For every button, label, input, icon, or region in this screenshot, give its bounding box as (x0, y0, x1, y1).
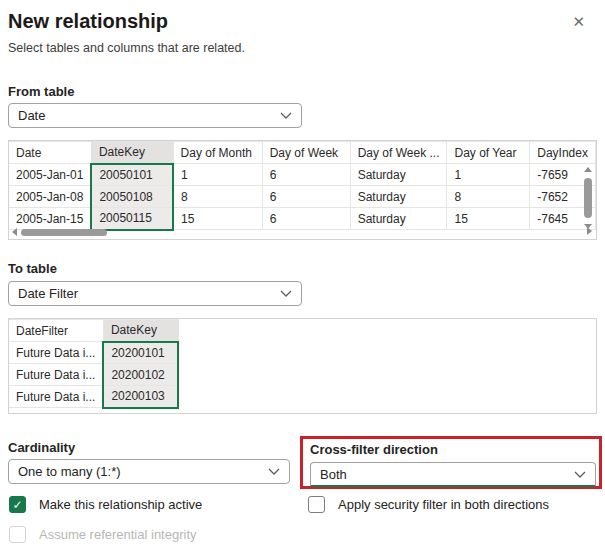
check-icon: ✓ (12, 499, 22, 511)
table-cell[interactable]: Future Data i... (9, 342, 103, 364)
checkbox-label: Make this relationship active (39, 497, 202, 512)
to-table-label: To table (8, 261, 57, 276)
from-table-dropdown-value: Date (18, 108, 45, 123)
from-table-preview: DateDateKeyDay of MonthDay of WeekDay of… (8, 140, 597, 240)
checkbox-make-relationship-active[interactable]: ✓ Make this relationship active (9, 496, 202, 513)
table-cell[interactable]: 8 (173, 186, 262, 208)
from-table-label: From table (8, 84, 74, 99)
cross-filter-dropdown[interactable]: Both (310, 462, 596, 487)
chevron-down-icon (268, 468, 280, 475)
table-cell[interactable]: Future Data i... (9, 364, 103, 386)
table-cell[interactable]: 1 (447, 164, 530, 186)
table-cell[interactable]: 2005-Jan-08 (9, 186, 91, 208)
cross-filter-dropdown-value: Both (320, 467, 347, 482)
table-cell[interactable]: Future Data i... (9, 386, 103, 408)
column-header[interactable]: DayIndex (530, 142, 596, 164)
table-row: Future Data i...20200101 (9, 342, 178, 364)
highlight-annotation: Cross-filter direction Both (300, 436, 602, 489)
vertical-scroll-thumb[interactable] (584, 178, 592, 218)
chevron-down-icon (280, 290, 292, 297)
column-header[interactable]: DateKey (91, 142, 173, 164)
table-header-row: DateDateKeyDay of MonthDay of WeekDay of… (9, 142, 596, 164)
cardinality-label: Cardinality (8, 440, 75, 455)
scroll-left-icon[interactable] (12, 228, 17, 236)
table-cell[interactable]: 20200102 (103, 364, 178, 386)
table-cell[interactable]: 6 (262, 164, 350, 186)
horizontal-scroll-thumb[interactable] (21, 229, 107, 236)
dialog-subtitle: Select tables and columns that are relat… (8, 41, 245, 55)
close-icon[interactable]: ✕ (572, 14, 585, 29)
table-cell[interactable]: 6 (262, 208, 350, 230)
table-cell[interactable]: 8 (447, 186, 530, 208)
table-cell[interactable]: 15 (173, 208, 262, 230)
table-row: 2005-Jan-1520050115156Saturday15-7645 (9, 208, 596, 230)
dialog-title: New relationship (8, 10, 168, 33)
column-header[interactable]: Day of Month (173, 142, 262, 164)
table-header-row: DateFilterDateKey (9, 320, 178, 342)
table-row: 2005-Jan-082005010886Saturday8-7652 (9, 186, 596, 208)
column-header[interactable]: DateKey (103, 320, 178, 342)
table-cell[interactable]: 20050115 (91, 208, 173, 230)
column-header[interactable]: Day of Week (262, 142, 350, 164)
checkbox-apply-security-filter[interactable]: ✓ Apply security filter in both directio… (308, 496, 549, 513)
checkbox-icon[interactable]: ✓ (9, 496, 26, 513)
cardinality-dropdown-value: One to many (1:*) (18, 464, 121, 479)
horizontal-scrollbar[interactable] (12, 228, 107, 236)
table-cell[interactable]: 20050108 (91, 186, 173, 208)
table-row: Future Data i...20200103 (9, 386, 178, 408)
from-table-dropdown[interactable]: Date (8, 103, 302, 128)
table-cell[interactable]: 20200101 (103, 342, 178, 364)
cardinality-dropdown[interactable]: One to many (1:*) (8, 459, 290, 484)
table-cell[interactable]: 1 (173, 164, 262, 186)
scroll-right-icon[interactable] (587, 227, 592, 235)
table-cell[interactable]: 2005-Jan-01 (9, 164, 91, 186)
table-cell[interactable]: 2005-Jan-15 (9, 208, 91, 230)
table-cell[interactable]: 20050101 (91, 164, 173, 186)
column-header[interactable]: Day of Week ... (350, 142, 447, 164)
checkbox-assume-referential-integrity: ✓ Assume referential integrity (9, 526, 197, 543)
table-row: Future Data i...20200102 (9, 364, 178, 386)
checkbox-icon: ✓ (9, 526, 26, 543)
column-header[interactable]: Date (9, 142, 91, 164)
chevron-down-icon (280, 112, 292, 119)
column-header[interactable]: DateFilter (9, 320, 103, 342)
table-cell[interactable]: 15 (447, 208, 530, 230)
table-cell[interactable]: Saturday (350, 208, 447, 230)
scroll-up-icon[interactable] (584, 167, 592, 172)
chevron-down-icon (574, 471, 586, 478)
to-table-dropdown-value: Date Filter (18, 286, 78, 301)
table-row: 2005-Jan-012005010116Saturday1-7659 (9, 164, 596, 186)
column-header[interactable]: Day of Year (447, 142, 530, 164)
checkbox-icon[interactable]: ✓ (308, 496, 325, 513)
table-cell[interactable]: Saturday (350, 164, 447, 186)
to-table-dropdown[interactable]: Date Filter (8, 281, 302, 306)
new-relationship-dialog: New relationship ✕ Select tables and col… (0, 0, 605, 551)
table-cell[interactable]: 20200103 (103, 386, 178, 408)
table-cell[interactable]: 6 (262, 186, 350, 208)
table-cell[interactable]: Saturday (350, 186, 447, 208)
to-table-preview: DateFilterDateKeyFuture Data i...2020010… (8, 318, 597, 414)
checkbox-label: Apply security filter in both directions (338, 497, 549, 512)
cross-filter-label: Cross-filter direction (310, 442, 438, 457)
checkbox-label: Assume referential integrity (39, 527, 197, 542)
vertical-scrollbar[interactable] (580, 166, 595, 230)
